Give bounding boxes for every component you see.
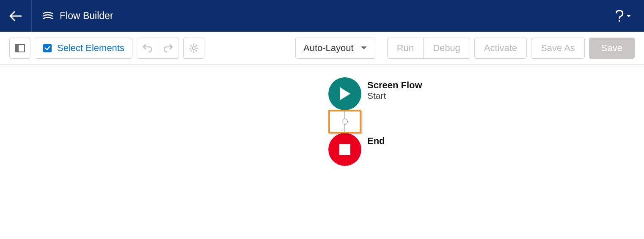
back-button[interactable] (0, 0, 32, 32)
end-node-wrapper: End (328, 133, 361, 166)
help-icon (615, 10, 624, 22)
undo-redo-group (137, 38, 179, 59)
header-brand: Flow Builder (32, 10, 113, 22)
chevron-down-icon (626, 14, 631, 18)
undo-icon (142, 43, 152, 53)
arrow-left-icon (9, 11, 22, 21)
start-node-title: Screen Flow (367, 80, 422, 91)
run-debug-group: Run Debug (387, 38, 470, 59)
settings-button[interactable] (183, 38, 204, 59)
svg-rect-3 (43, 44, 52, 52)
gear-icon (189, 43, 199, 53)
end-node-label: End (367, 136, 385, 147)
undo-button[interactable] (137, 38, 158, 59)
chevron-down-icon (361, 46, 367, 50)
connector (342, 110, 348, 133)
debug-button[interactable]: Debug (423, 38, 470, 59)
layout-mode-label: Auto-Layout (303, 43, 354, 54)
activate-button[interactable]: Activate (474, 38, 527, 59)
start-node-label: Screen Flow Start (367, 80, 422, 101)
help-menu[interactable] (615, 10, 644, 22)
flow-container: Screen Flow Start End (328, 77, 361, 166)
svg-point-4 (192, 46, 195, 49)
play-icon (339, 87, 351, 101)
svg-rect-5 (339, 144, 350, 155)
connector-line-bottom (344, 125, 345, 133)
end-node[interactable] (328, 133, 361, 166)
start-node-subtitle: Start (367, 91, 422, 101)
flow-canvas[interactable]: Screen Flow Start End (0, 65, 644, 239)
save-button[interactable]: Save (589, 38, 635, 59)
svg-rect-2 (15, 44, 19, 52)
app-header: Flow Builder (0, 0, 644, 32)
save-as-button[interactable]: Save As (531, 38, 585, 59)
redo-icon (163, 43, 173, 53)
svg-point-0 (619, 20, 620, 22)
stop-icon (339, 143, 351, 156)
end-node-title: End (367, 136, 385, 147)
select-elements-label: Select Elements (57, 43, 124, 54)
toolbar: Select Elements Auto-Layout Run (0, 32, 644, 65)
panel-icon (15, 44, 25, 52)
app-title: Flow Builder (60, 10, 113, 22)
checkbox-icon (43, 43, 52, 53)
start-node-wrapper: Screen Flow Start (328, 77, 361, 110)
layout-mode-dropdown[interactable]: Auto-Layout (295, 38, 375, 59)
toggle-panel-button[interactable] (9, 38, 30, 59)
select-elements-button[interactable]: Select Elements (35, 38, 132, 59)
add-element-button[interactable] (342, 119, 348, 125)
redo-button[interactable] (158, 38, 179, 59)
run-button[interactable]: Run (387, 38, 423, 59)
start-node[interactable] (328, 77, 361, 110)
connector-line-top (344, 110, 345, 119)
flow-builder-icon (42, 10, 54, 22)
